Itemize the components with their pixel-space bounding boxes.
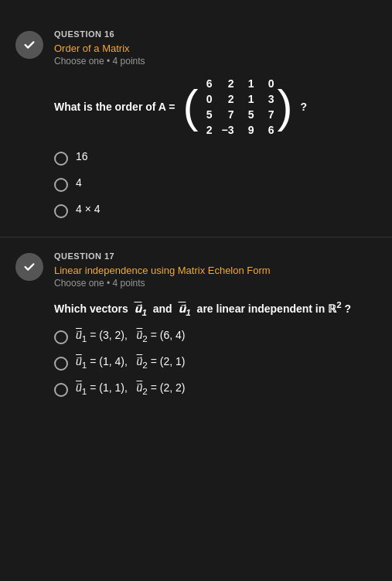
q17-which-vectors: Which vectors	[54, 302, 134, 315]
q17-radio-2[interactable]	[54, 357, 68, 371]
matrix-cell-0-2: 1	[243, 77, 254, 90]
q16-label: QUESTION 16	[54, 29, 377, 39]
q17-option-3[interactable]: u⃗1 = (1, 1), u⃗2 = (2, 2)	[54, 381, 377, 397]
q16-check-circle	[15, 31, 43, 59]
matrix-cell-1-2: 1	[243, 93, 254, 105]
q17-r2: ℝ2	[328, 302, 341, 315]
q17-vec2: u	[178, 302, 186, 315]
q16-option-1-text: 16	[76, 150, 88, 162]
q16-paren-right: )	[277, 84, 292, 130]
matrix-cell-0-0: 6	[201, 77, 212, 90]
matrix-cell-0-1: 2	[221, 77, 233, 90]
q17-options: u⃗1 = (3, 2), u⃗2 = (6, 4) u⃗1 = (1, 4),…	[54, 329, 377, 397]
q17-option-1-text: u⃗1 = (3, 2), u⃗2 = (6, 4)	[76, 329, 185, 343]
q16-option-2[interactable]: 4	[54, 176, 377, 192]
q16-matrix-wrapper: ( 6 2 1 0 0 2 1 3 5 7 5 7 2 −3 9	[182, 77, 292, 136]
q16-option-2-text: 4	[76, 176, 82, 189]
matrix-cell-2-0: 5	[201, 108, 212, 121]
q17-are-linear: are linear independent in	[197, 302, 329, 315]
q17-meta: Choose one • 4 points	[54, 278, 377, 289]
question-16-block: QUESTION 16 Order of a Matrix Choose one…	[0, 15, 392, 237]
q17-content: QUESTION 17 Linear independence using Ma…	[54, 251, 377, 397]
q17-vec1: u	[134, 302, 141, 315]
q17-prompt: Which vectors u⃗1 and u⃗1 are linear ind…	[54, 299, 377, 316]
matrix-cell-1-3: 3	[263, 93, 274, 105]
q17-and: and	[153, 302, 172, 315]
matrix-cell-2-1: 7	[221, 108, 233, 121]
q16-option-3-text: 4 × 4	[76, 203, 101, 215]
q16-radio-2[interactable]	[54, 178, 68, 192]
matrix-cell-1-1: 2	[221, 93, 233, 105]
q16-prompt: What is the order of A = ( 6 2 1 0 0 2 1…	[54, 77, 377, 136]
q16-option-3[interactable]: 4 × 4	[54, 203, 377, 218]
q16-prompt-text: What is the order of A =	[54, 101, 175, 113]
q16-question-mark: ?	[300, 101, 307, 113]
q16-option-1[interactable]: 16	[54, 150, 377, 166]
q16-paren-left: (	[182, 84, 198, 130]
q17-title: Linear independence using Matrix Echelon…	[54, 265, 377, 276]
q17-label: QUESTION 17	[54, 251, 377, 261]
q17-option-1[interactable]: u⃗1 = (3, 2), u⃗2 = (6, 4)	[54, 329, 377, 344]
q16-radio-3[interactable]	[54, 204, 68, 218]
q17-question-mark: ?	[345, 302, 352, 315]
q16-content: QUESTION 16 Order of a Matrix Choose one…	[54, 29, 377, 218]
q17-check-circle	[15, 253, 43, 281]
q16-matrix-grid: 6 2 1 0 0 2 1 3 5 7 5 7 2 −3 9 6	[201, 77, 274, 136]
q16-options: 16 4 4 × 4	[54, 150, 377, 218]
q16-title: Order of a Matrix	[54, 43, 377, 54]
q17-vec2-sub: ⃗1	[186, 302, 190, 315]
matrix-cell-3-3: 6	[263, 124, 274, 136]
q17-option-2[interactable]: u⃗1 = (1, 4), u⃗2 = (2, 1)	[54, 355, 377, 371]
q16-meta: Choose one • 4 points	[54, 56, 377, 67]
q17-option-2-text: u⃗1 = (1, 4), u⃗2 = (2, 1)	[76, 355, 185, 370]
q17-option-3-text: u⃗1 = (1, 1), u⃗2 = (2, 2)	[76, 381, 185, 396]
matrix-cell-1-0: 0	[201, 93, 212, 105]
matrix-cell-3-1: −3	[221, 124, 233, 136]
matrix-cell-3-2: 9	[243, 124, 254, 136]
q17-radio-3[interactable]	[54, 383, 68, 397]
q16-radio-1[interactable]	[54, 152, 68, 166]
question-17-block: QUESTION 17 Linear independence using Ma…	[0, 238, 392, 415]
matrix-cell-3-0: 2	[201, 124, 212, 136]
matrix-cell-2-2: 5	[243, 108, 254, 121]
matrix-cell-0-3: 0	[263, 77, 274, 90]
q17-radio-1[interactable]	[54, 330, 68, 344]
matrix-cell-2-3: 7	[263, 108, 274, 121]
q17-vec1-sub: ⃗1	[141, 302, 146, 315]
